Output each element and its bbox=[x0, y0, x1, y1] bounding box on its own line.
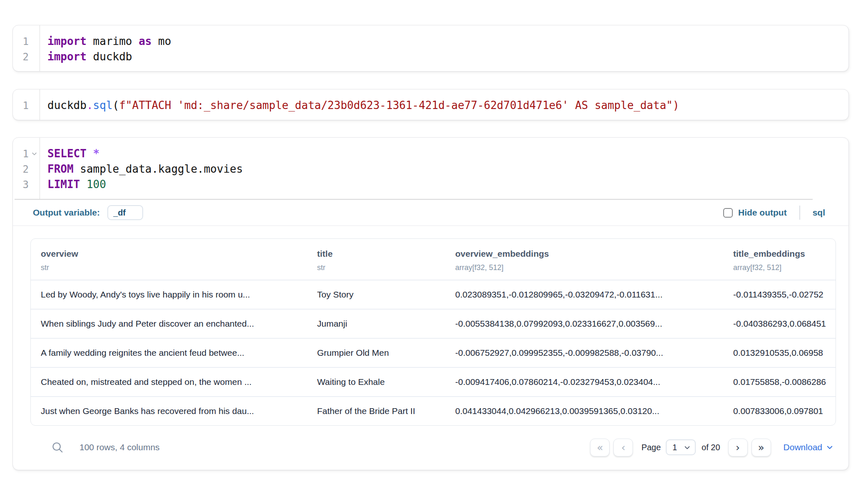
page-select[interactable]: 1 bbox=[666, 439, 696, 455]
code-token: sample_data.kaggle.movies bbox=[74, 163, 243, 175]
cell-title-embeddings: 0.0132910535,0.06958 bbox=[723, 348, 832, 358]
column-header-overview[interactable]: overview str bbox=[31, 248, 307, 272]
cell-overview: When siblings Judy and Peter discover an… bbox=[31, 319, 307, 329]
code-line: import marimo as mo bbox=[47, 34, 171, 49]
code-token bbox=[87, 147, 93, 160]
cell-title-embeddings: 0.01755858,-0.0086286 bbox=[723, 377, 832, 387]
download-label: Download bbox=[784, 442, 822, 452]
cell-output-area: overview str title str overview_embeddin… bbox=[13, 226, 848, 461]
line-number-gutter: 1 2 3 bbox=[13, 138, 40, 199]
language-badge[interactable]: sql bbox=[813, 208, 825, 218]
cell-overview-embeddings: -0.0055384138,0.07992093,0.023316627,0.0… bbox=[445, 319, 723, 329]
double-chevron-right-icon: » bbox=[758, 441, 764, 454]
hide-output-label: Hide output bbox=[738, 208, 787, 218]
fold-toggle-icon[interactable] bbox=[29, 146, 40, 161]
cell-overview: A family wedding reignites the ancient f… bbox=[31, 348, 307, 358]
column-header-title-embeddings[interactable]: title_embeddings array[f32, 512] bbox=[723, 248, 832, 272]
hide-output-checkbox[interactable] bbox=[723, 208, 733, 218]
column-header-title[interactable]: title str bbox=[307, 248, 445, 272]
chevron-right-icon: › bbox=[736, 441, 740, 454]
column-name: overview bbox=[41, 248, 307, 259]
cell-title: Grumpier Old Men bbox=[307, 348, 445, 358]
table-row: When siblings Judy and Peter discover an… bbox=[31, 309, 836, 338]
code-line: LIMIT 100 bbox=[47, 177, 243, 192]
cell-2-code-editor[interactable]: 1 duckdb.sql(f"ATTACH 'md:_share/sample_… bbox=[13, 89, 848, 120]
page-count-label: of 20 bbox=[702, 443, 720, 452]
cell-3-code-editor[interactable]: 1 2 3 SELECT * FROM sample_data.kaggle.m… bbox=[13, 138, 848, 199]
code-line: SELECT * bbox=[47, 146, 243, 161]
column-header-overview-embeddings[interactable]: overview_embeddings array[f32, 512] bbox=[445, 248, 723, 272]
cell-overview: Cheated on, mistreated and stepped on, t… bbox=[31, 377, 307, 387]
table-footer: 100 rows, 4 columns « ‹ Page 1 of 20 › »… bbox=[30, 434, 848, 461]
line-number-gutter: 1 bbox=[13, 89, 40, 120]
column-type: str bbox=[41, 263, 307, 272]
code-token bbox=[80, 178, 87, 191]
search-icon[interactable] bbox=[51, 441, 64, 454]
cell-overview: Just when George Banks has recovered fro… bbox=[31, 406, 307, 416]
column-type: array[f32, 512] bbox=[733, 263, 832, 272]
keyword-token: as bbox=[139, 35, 151, 47]
code-token: duckdb bbox=[47, 99, 87, 112]
first-page-button[interactable]: « bbox=[590, 439, 610, 456]
line-number: 1 bbox=[13, 36, 29, 47]
row-column-summary: 100 rows, 4 columns bbox=[79, 442, 160, 452]
cell-toolbar: Output variable: Hide output sql bbox=[13, 200, 848, 226]
cell-title: Waiting to Exhale bbox=[307, 377, 445, 387]
cell-title-embeddings: -0.040386293,0.068451 bbox=[723, 319, 832, 329]
code-line: FROM sample_data.kaggle.movies bbox=[47, 161, 243, 177]
line-number: 1 bbox=[13, 100, 29, 112]
code-text-area[interactable]: SELECT * FROM sample_data.kaggle.movies … bbox=[40, 138, 243, 199]
code-token: duckdb bbox=[87, 50, 132, 63]
toolbar-divider bbox=[799, 206, 800, 220]
column-name: title bbox=[317, 248, 445, 259]
cell-title-embeddings: 0.007833006,0.097801 bbox=[723, 406, 832, 416]
chevron-down-icon bbox=[826, 444, 833, 451]
table-row: A family wedding reignites the ancient f… bbox=[31, 338, 836, 367]
dataframe-table: overview str title str overview_embeddin… bbox=[30, 238, 836, 426]
download-button[interactable]: Download bbox=[784, 442, 833, 452]
cell-title: Jumanji bbox=[307, 319, 445, 329]
code-token: . bbox=[87, 99, 93, 112]
cell-title: Toy Story bbox=[307, 290, 445, 300]
cell-1-code-editor[interactable]: 1 2 import marimo as mo import duckdb bbox=[13, 25, 848, 71]
cell-overview-embeddings: 0.041433044,0.042966213,0.0039591365,0.0… bbox=[445, 406, 723, 416]
table-row: Just when George Banks has recovered fro… bbox=[31, 396, 836, 425]
line-number: 1 bbox=[13, 148, 29, 160]
code-token: ( bbox=[113, 99, 119, 112]
line-number: 3 bbox=[13, 179, 29, 191]
operator-token: * bbox=[93, 147, 100, 160]
cell-attach-db: 1 duckdb.sql(f"ATTACH 'md:_share/sample_… bbox=[12, 89, 849, 120]
chevron-left-icon: ‹ bbox=[621, 441, 625, 454]
cell-sql-query: 1 2 3 SELECT * FROM sample_data.kaggle.m… bbox=[12, 137, 849, 470]
page-label: Page bbox=[641, 443, 661, 452]
double-chevron-left-icon: « bbox=[597, 441, 603, 454]
prev-page-button[interactable]: ‹ bbox=[613, 439, 633, 456]
column-type: str bbox=[317, 263, 445, 272]
line-number: 2 bbox=[13, 51, 29, 63]
cell-overview-embeddings: -0.006752927,0.099952355,-0.009982588,-0… bbox=[445, 348, 723, 358]
line-number: 2 bbox=[13, 164, 29, 175]
cell-overview-embeddings: -0.009417406,0.07860214,-0.023279453,0.0… bbox=[445, 377, 723, 387]
number-token: 100 bbox=[87, 178, 106, 191]
keyword-token: import bbox=[47, 35, 87, 47]
next-page-button[interactable]: › bbox=[728, 439, 748, 456]
column-name: title_embeddings bbox=[733, 248, 832, 259]
column-name: overview_embeddings bbox=[455, 248, 723, 259]
last-page-button[interactable]: » bbox=[751, 439, 771, 456]
output-variable-input[interactable] bbox=[107, 205, 143, 220]
output-variable-label: Output variable: bbox=[33, 208, 100, 218]
string-token: f"ATTACH 'md:_share/sample_data/23b0d623… bbox=[119, 99, 679, 112]
column-type: array[f32, 512] bbox=[455, 263, 723, 272]
table-row: Cheated on, mistreated and stepped on, t… bbox=[31, 367, 836, 396]
keyword-token: SELECT bbox=[47, 147, 87, 160]
cell-title: Father of the Bride Part II bbox=[307, 406, 445, 416]
code-line: import duckdb bbox=[47, 49, 171, 64]
table-header-row: overview str title str overview_embeddin… bbox=[31, 239, 836, 280]
keyword-token: import bbox=[47, 50, 87, 63]
code-text-area[interactable]: duckdb.sql(f"ATTACH 'md:_share/sample_da… bbox=[40, 89, 679, 120]
code-line: duckdb.sql(f"ATTACH 'md:_share/sample_da… bbox=[47, 98, 679, 113]
code-text-area[interactable]: import marimo as mo import duckdb bbox=[40, 25, 171, 71]
keyword-token: LIMIT bbox=[47, 178, 80, 191]
code-token: mo bbox=[151, 35, 171, 47]
line-number-gutter: 1 2 bbox=[13, 25, 40, 71]
